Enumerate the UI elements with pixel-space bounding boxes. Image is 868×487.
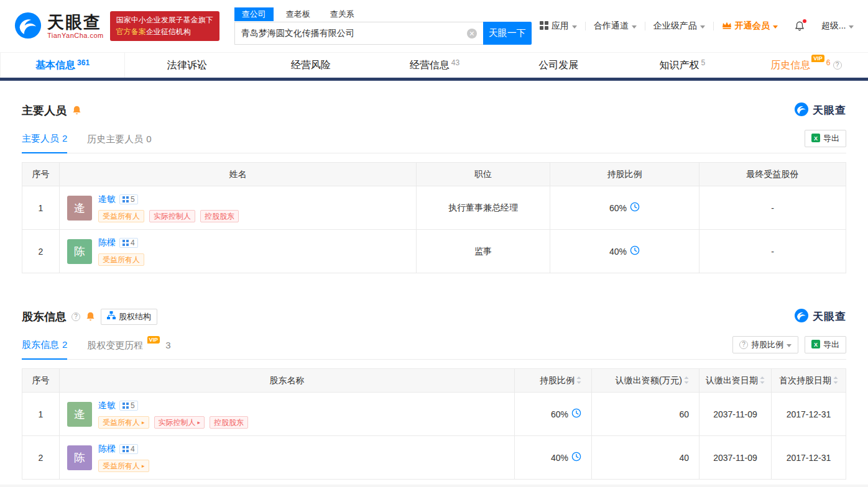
history-clock-icon[interactable] — [630, 245, 640, 257]
staff-table-row: 2 陈 陈樑 4 — [22, 230, 846, 273]
subtab-equity-change-history[interactable]: 股权变更历程 VIP 3 — [87, 340, 170, 359]
logo-name-en: TianYanCha.com — [47, 32, 104, 39]
shareholder-table-row: 1 逄 逄敏 5 — [22, 393, 846, 436]
ratio-cell: 60% — [515, 393, 592, 436]
search-tab-company[interactable]: 查公司 — [234, 7, 274, 21]
chevron-down-icon — [632, 25, 637, 29]
subtab-history-staff[interactable]: 历史主要人员0 — [87, 134, 151, 153]
tab-basic-info[interactable]: 基本信息361 — [0, 53, 125, 78]
staff-header-name: 姓名 — [60, 163, 417, 186]
nav-super-vip[interactable]: 超级... — [813, 20, 862, 32]
share-header-first-date[interactable]: 首次持股日期 — [772, 369, 846, 393]
search-button[interactable]: 天眼一下 — [483, 22, 532, 45]
related-companies-badge[interactable]: 4 — [119, 238, 138, 248]
sort-icon[interactable] — [833, 376, 838, 386]
ratio-filter-button[interactable]: ? 持股比例 — [732, 336, 798, 353]
search-tab-relation[interactable]: 查关系 — [323, 7, 362, 21]
nav-enterprise-products[interactable]: 企业级产品 — [645, 20, 713, 32]
controlling-shareholder-tag[interactable]: 控股股东 — [200, 210, 239, 222]
apps-grid-icon — [540, 21, 548, 32]
tab-intellectual-property[interactable]: 知识产权5 — [621, 53, 744, 78]
staff-table: 序号 姓名 职位 持股比例 最终受益股份 1 逄 逄敏 — [22, 162, 846, 273]
staff-export-button[interactable]: X 导出 — [805, 130, 846, 147]
nav-cooperation[interactable]: 合作通道 — [586, 20, 645, 32]
shareholder-table-header-row: 序号 股东名称 持股比例 认缴出资额(万元) 认缴出资日期 首次持股日期 — [22, 369, 846, 393]
tab-legal-litigation[interactable]: 法律诉讼 — [125, 53, 249, 78]
top-nav: 应用 合作通道 企业级产品 开通会员 超级... — [532, 20, 862, 32]
related-companies-badge[interactable]: 5 — [119, 194, 138, 204]
monitor-bell-icon[interactable] — [85, 311, 96, 322]
benefit-cell: - — [699, 230, 846, 273]
person-name-link[interactable]: 逄敏 — [98, 400, 116, 411]
shareholder-table-row: 2 陈 陈樑 4 — [22, 436, 846, 480]
vip-badge: VIP — [147, 336, 160, 344]
shareholder-export-button[interactable]: X 导出 — [805, 336, 846, 353]
history-clock-icon[interactable] — [630, 202, 640, 214]
date-cell: 2037-11-09 — [699, 436, 772, 480]
tianyancha-logo[interactable]: 天眼查 TianYanCha.com — [14, 11, 104, 42]
beneficial-owner-tag[interactable]: 受益所有人 — [98, 210, 144, 222]
key-staff-section: 主要人员 天眼查 主要人员2 历史主要人员0 X 导出 — [22, 102, 846, 273]
tab-operation-info[interactable]: 经营信息43 — [372, 53, 496, 78]
tianyancha-watermark: 天眼查 — [794, 308, 846, 325]
help-icon[interactable]: ? — [72, 312, 80, 321]
actual-controller-tag[interactable]: 实际控制人▸ — [154, 416, 205, 429]
related-companies-badge[interactable]: 4 — [119, 444, 138, 454]
first-date-cell: 2017-12-31 — [772, 436, 846, 480]
gov-certification-badge: 国家中小企业发展子基金旗下 官方备案企业征信机构 — [110, 11, 219, 41]
row-index: 1 — [22, 186, 60, 230]
search-area: 查公司 查老板 查关系 ✕ 天眼一下 — [234, 7, 532, 45]
share-header-ratio[interactable]: 持股比例 — [515, 369, 592, 393]
sort-icon[interactable] — [684, 376, 689, 386]
nav-open-vip[interactable]: 开通会员 — [714, 20, 786, 32]
clear-search-icon[interactable]: ✕ — [467, 29, 477, 39]
tag-arrow-icon: ▸ — [142, 460, 145, 471]
person-name-link[interactable]: 陈樑 — [98, 444, 116, 455]
tab-company-development[interactable]: 公司发展 — [497, 53, 621, 78]
sort-icon[interactable] — [576, 376, 581, 386]
person-avatar[interactable]: 逄 — [67, 196, 92, 221]
controlling-shareholder-tag[interactable]: 控股股东 — [210, 416, 248, 429]
nav-apps[interactable]: 应用 — [532, 20, 585, 32]
tianyancha-logo-icon — [14, 11, 42, 42]
subtab-key-staff[interactable]: 主要人员2 — [22, 133, 67, 153]
equity-structure-button[interactable]: 股权结构 — [101, 309, 157, 325]
row-index: 1 — [22, 393, 60, 436]
tab-operation-risk[interactable]: 经营风险 — [249, 53, 372, 78]
person-avatar[interactable]: 逄 — [67, 402, 92, 427]
history-clock-icon[interactable] — [571, 408, 581, 420]
person-name-link[interactable]: 逄敏 — [98, 194, 116, 205]
nav-notifications[interactable] — [786, 20, 813, 32]
svg-text:X: X — [814, 135, 818, 141]
beneficial-owner-tag[interactable]: 受益所有人▸ — [98, 460, 149, 472]
main-content: 主要人员 天眼查 主要人员2 历史主要人员0 X 导出 — [0, 102, 868, 480]
search-tabs: 查公司 查老板 查关系 — [234, 7, 532, 21]
chevron-down-icon — [700, 25, 705, 29]
shareholder-table: 序号 股东名称 持股比例 认缴出资额(万元) 认缴出资日期 首次持股日期 — [22, 368, 846, 480]
beneficial-owner-tag[interactable]: 受益所有人 — [98, 253, 144, 266]
actual-controller-tag[interactable]: 实际控制人 — [149, 210, 195, 222]
sort-icon[interactable] — [760, 376, 765, 386]
share-header-name: 股东名称 — [60, 369, 515, 393]
search-tab-boss[interactable]: 查老板 — [279, 7, 318, 21]
person-name-link[interactable]: 陈樑 — [98, 237, 116, 248]
amount-cell: 40 — [592, 436, 699, 480]
share-header-amount[interactable]: 认缴出资额(万元) — [592, 369, 699, 393]
chevron-down-icon — [773, 25, 778, 29]
help-icon[interactable]: ? — [833, 61, 842, 70]
share-header-date[interactable]: 认缴出资日期 — [699, 369, 772, 393]
ratio-cell: 40% — [550, 230, 699, 273]
search-input[interactable] — [241, 29, 467, 39]
tag-arrow-icon: ▸ — [198, 417, 201, 428]
tab-history-info[interactable]: 历史信息 VIP 6 ? — [744, 53, 868, 78]
top-header: 天眼查 TianYanCha.com 国家中小企业发展子基金旗下 官方备案企业征… — [0, 0, 868, 52]
subtab-shareholder-info[interactable]: 股东信息2 — [22, 339, 67, 360]
beneficial-owner-tag[interactable]: 受益所有人▸ — [98, 416, 149, 429]
chevron-down-icon — [572, 25, 577, 29]
crown-icon — [722, 21, 732, 31]
history-clock-icon[interactable] — [571, 452, 581, 463]
person-avatar[interactable]: 陈 — [67, 445, 92, 470]
person-avatar[interactable]: 陈 — [67, 239, 92, 264]
monitor-bell-icon[interactable] — [72, 105, 82, 116]
related-companies-badge[interactable]: 5 — [119, 401, 138, 411]
